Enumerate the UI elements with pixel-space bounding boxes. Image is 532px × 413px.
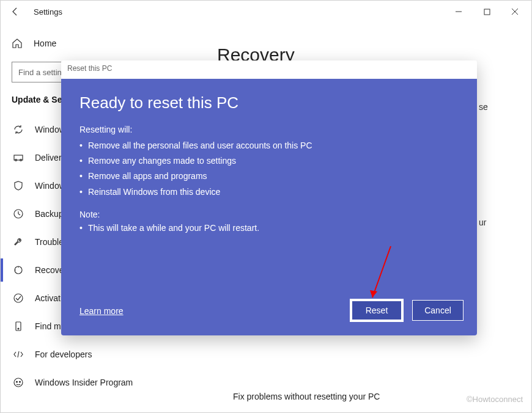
window-title: Settings — [34, 7, 62, 16]
sync-icon — [13, 124, 24, 135]
shield-icon — [13, 180, 24, 191]
dialog-note-bullets: This will take a while and your PC will … — [79, 221, 459, 236]
delivery-icon — [13, 152, 24, 163]
watermark-text: ©Howtoconnect — [467, 395, 523, 404]
maximize-button[interactable] — [473, 1, 501, 23]
nav-label: For developers — [35, 349, 92, 359]
nav-label: Backup — [35, 209, 64, 219]
bullet: Reinstall Windows from this device — [88, 185, 459, 200]
recovery-icon — [13, 265, 24, 276]
wrench-icon — [13, 236, 24, 247]
svg-point-10 — [14, 378, 23, 387]
close-icon — [511, 8, 519, 15]
dialog-frame-title: Reset this PC — [61, 60, 477, 79]
svg-point-12 — [20, 381, 21, 382]
dev-icon — [13, 349, 24, 360]
svg-point-11 — [17, 381, 18, 382]
obscured-text-2: ur — [479, 217, 486, 227]
minimize-button[interactable] — [445, 1, 473, 23]
back-button[interactable] — [3, 1, 28, 23]
insider-icon — [13, 377, 24, 388]
section-fix-problems: Fix problems without resetting your PC — [233, 392, 380, 401]
check-icon — [13, 293, 24, 304]
svg-point-9 — [18, 328, 19, 329]
backup-icon — [13, 208, 24, 219]
close-button[interactable] — [501, 1, 529, 23]
cancel-button[interactable]: Cancel — [412, 300, 464, 321]
obscured-text-1: se — [479, 102, 488, 112]
search-placeholder: Find a setting — [18, 68, 66, 77]
home-icon — [12, 38, 23, 49]
home-label: Home — [34, 38, 56, 48]
reset-pc-dialog: Reset this PC Ready to reset this PC Res… — [61, 60, 477, 335]
dialog-note-label: Note: — [79, 210, 459, 219]
reset-button[interactable]: Reset — [351, 300, 402, 321]
svg-point-7 — [14, 294, 23, 302]
window-controls — [445, 1, 529, 23]
bullet: Remove all the personal files and user a… — [88, 138, 459, 153]
dialog-body: Ready to reset this PC Resetting will: R… — [61, 79, 477, 335]
svg-rect-1 — [484, 9, 490, 15]
learn-more-link[interactable]: Learn more — [79, 306, 124, 316]
bullet: Remove all apps and programs — [88, 169, 459, 184]
bullet: Remove any changes made to settings — [88, 153, 459, 169]
sidebar-home[interactable]: Home — [12, 31, 195, 56]
sidebar-item-developers[interactable]: For developers — [12, 340, 195, 368]
titlebar: Settings — [1, 1, 531, 23]
note-bullet: This will take a while and your PC will … — [88, 221, 459, 236]
dialog-heading: Ready to reset this PC — [79, 93, 459, 112]
minimize-icon — [455, 8, 462, 15]
find-icon — [13, 321, 24, 332]
dialog-bullets: Remove all the personal files and user a… — [79, 138, 459, 200]
arrow-left-icon — [10, 7, 20, 16]
dialog-lead: Resetting will: — [79, 125, 459, 134]
maximize-icon — [484, 9, 490, 15]
dialog-buttons: Reset Cancel — [351, 300, 464, 321]
nav-label: Windows Insider Program — [35, 378, 133, 387]
sidebar-item-insider[interactable]: Windows Insider Program — [12, 368, 195, 397]
